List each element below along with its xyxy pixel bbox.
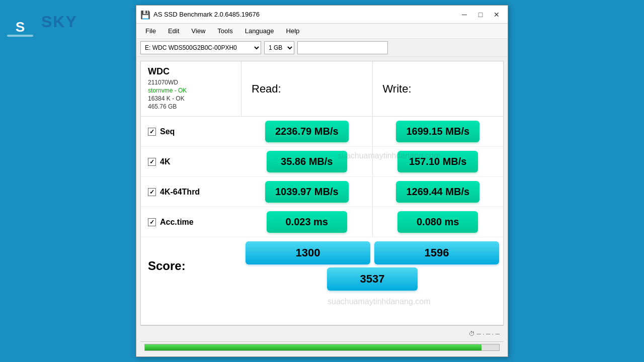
benchmark-rows: ✓ Seq 2236.79 MB/s 1699.15 MB/s ✓ 4K bbox=[141, 117, 503, 325]
menu-language[interactable]: Language bbox=[240, 25, 279, 37]
svg-rect-2 bbox=[7, 35, 33, 37]
checkbox-acctime[interactable]: ✓ bbox=[148, 218, 156, 226]
extra-input[interactable] bbox=[297, 41, 388, 54]
menu-view[interactable]: View bbox=[186, 25, 210, 37]
svg-text:S: S bbox=[16, 19, 25, 35]
bench-write-4k64thrd: 1269.44 MB/s bbox=[373, 177, 504, 207]
menu-edit[interactable]: Edit bbox=[163, 25, 184, 37]
bench-label-4k: ✓ 4K bbox=[141, 157, 242, 166]
checkbox-seq[interactable]: ✓ bbox=[148, 128, 156, 136]
bench-read-seq: 2236.79 MB/s bbox=[242, 117, 373, 146]
menu-file[interactable]: File bbox=[140, 25, 161, 37]
score-read: 1300 bbox=[246, 241, 370, 264]
progress-bar-container bbox=[144, 344, 500, 351]
main-panel: WDC 211070WD stornvme - OK 16384 K - OK … bbox=[140, 61, 504, 325]
read-header: Read: bbox=[242, 61, 373, 116]
acctime-write-value: 0.080 ms bbox=[397, 211, 478, 233]
bench-write-4k: 157.10 MB/s bbox=[373, 147, 504, 176]
minimize-button[interactable]: ─ bbox=[457, 9, 471, 21]
title-bar-icon: 💾 bbox=[140, 10, 149, 19]
acctime-read-value: 0.023 ms bbox=[267, 211, 347, 233]
timer-icon: ⏱ ─ · ─ · ─ bbox=[469, 330, 500, 337]
drive-select[interactable]: E: WDC WDS500G2B0C-00PXH0 bbox=[140, 41, 261, 54]
logo-text: SKY COMPUTER bbox=[41, 13, 103, 42]
bench-row-4k64thrd: ✓ 4K-64Thrd 1039.97 MB/s 1269.44 MB/s bbox=[141, 177, 503, 207]
drive-model: 211070WD bbox=[148, 79, 234, 86]
progress-bar-fill bbox=[145, 344, 481, 350]
4k64thrd-read-value: 1039.97 MB/s bbox=[265, 181, 349, 203]
seq-write-value: 1699.15 MB/s bbox=[396, 121, 479, 142]
header-row: WDC 211070WD stornvme - OK 16384 K - OK … bbox=[141, 61, 503, 117]
score-label: Score: bbox=[141, 259, 242, 273]
4k-write-value: 157.10 MB/s bbox=[397, 151, 478, 172]
drive-detail1: 16384 K - OK bbox=[148, 95, 234, 102]
bottom-bar: ⏱ ─ · ─ · ─ bbox=[140, 325, 504, 341]
title-bar-text: AS SSD Benchmark 2.0.6485.19676 bbox=[153, 11, 457, 18]
bench-row-acctime: ✓ Acc.time 0.023 ms 0.080 ms bbox=[141, 207, 503, 237]
drive-size: 465.76 GB bbox=[148, 103, 234, 110]
drive-info-panel: WDC 211070WD stornvme - OK 16384 K - OK … bbox=[141, 61, 242, 116]
checkbox-4k[interactable]: ✓ bbox=[148, 158, 156, 166]
4k64thrd-write-value: 1269.44 MB/s bbox=[396, 181, 479, 203]
bench-row-4k: ✓ 4K 35.86 MB/s 157.10 MB/s bbox=[141, 147, 503, 177]
bench-read-4k: 35.86 MB/s bbox=[242, 147, 373, 176]
drive-brand: WDC bbox=[148, 66, 234, 77]
restore-button[interactable]: □ bbox=[473, 9, 488, 21]
checkbox-4k64thrd[interactable]: ✓ bbox=[148, 188, 156, 196]
bench-row-seq: ✓ Seq 2236.79 MB/s 1699.15 MB/s bbox=[141, 117, 503, 147]
menu-help[interactable]: Help bbox=[281, 25, 305, 37]
4k-read-value: 35.86 MB/s bbox=[267, 151, 347, 172]
bench-write-acctime: 0.080 ms bbox=[373, 207, 504, 237]
seq-read-value: 2236.79 MB/s bbox=[265, 121, 349, 142]
progress-section bbox=[140, 341, 504, 352]
score-total: 3537 bbox=[327, 267, 418, 291]
title-bar: 💾 AS SSD Benchmark 2.0.6485.19676 ─ □ ✕ bbox=[136, 6, 508, 24]
sky-computer-logo-icon: S bbox=[5, 13, 35, 43]
bench-read-4k64thrd: 1039.97 MB/s bbox=[242, 177, 373, 207]
bench-label-seq: ✓ Seq bbox=[141, 127, 242, 136]
write-header: Write: bbox=[373, 61, 504, 116]
logo-area: S SKY COMPUTER bbox=[0, 0, 136, 55]
score-top-row: 1300 1596 bbox=[246, 241, 499, 264]
bench-label-4k64thrd: ✓ 4K-64Thrd bbox=[141, 188, 242, 197]
toolbar: E: WDC WDS500G2B0C-00PXH0 1 GB bbox=[136, 39, 508, 57]
menu-bar: File Edit View Tools Language Help bbox=[136, 24, 508, 39]
score-row: Score: 1300 1596 3537 bbox=[141, 237, 503, 295]
size-select[interactable]: 1 GB bbox=[264, 41, 294, 54]
drive-status1: stornvme - OK bbox=[148, 87, 234, 94]
score-values: 1300 1596 3537 bbox=[242, 237, 503, 295]
score-write: 1596 bbox=[374, 241, 499, 264]
app-window: 💾 AS SSD Benchmark 2.0.6485.19676 ─ □ ✕ … bbox=[136, 5, 508, 357]
logo-sky: SKY bbox=[41, 13, 103, 31]
bench-write-seq: 1699.15 MB/s bbox=[373, 117, 504, 146]
content-area: WDC 211070WD stornvme - OK 16384 K - OK … bbox=[136, 57, 508, 356]
window-controls: ─ □ ✕ bbox=[457, 9, 504, 21]
close-button[interactable]: ✕ bbox=[490, 9, 504, 21]
logo-computer: COMPUTER bbox=[41, 31, 103, 42]
bench-read-acctime: 0.023 ms bbox=[242, 207, 373, 237]
menu-tools[interactable]: Tools bbox=[212, 25, 237, 37]
bench-label-acctime: ✓ Acc.time bbox=[141, 218, 242, 227]
